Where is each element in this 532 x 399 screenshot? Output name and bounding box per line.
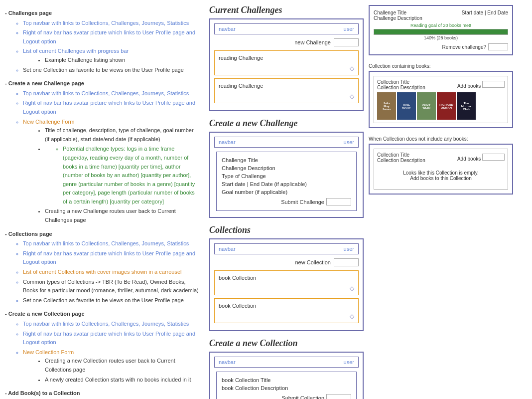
- create-challenge-navbar: navbar user: [214, 137, 359, 148]
- book-covers-row: JuliaMayJonas HAILMARY ANDYWEIR RICHARDO…: [377, 92, 505, 120]
- challenges-navbar: navbar user: [214, 23, 359, 34]
- sub-item: Title of challenge, description, type of…: [45, 126, 199, 144]
- create-collection-heading: Create a new Collection: [209, 338, 364, 349]
- new-collection-row: new Collection: [214, 258, 359, 266]
- diamond-icon-2: ◇: [350, 93, 354, 100]
- add-books-section: - Add Book(s) to a Collection Top navbar…: [5, 389, 199, 399]
- collection-with-books-wrapper: Collection containing books: Collection …: [369, 63, 513, 128]
- list-item: Top navbar with links to Collections, Ch…: [23, 239, 199, 248]
- diamond-icon-4: ◇: [350, 313, 354, 320]
- create-challenge-wireframe-section: Create a new Challenge navbar user Chall…: [209, 118, 364, 218]
- submit-row: Submit Challenge: [222, 198, 351, 205]
- remove-input[interactable]: [488, 43, 508, 50]
- sub-item: Creating a new Collection routes user ba…: [45, 357, 199, 374]
- collection-inner: Collection Title Collection Description …: [374, 76, 508, 123]
- book-cover-3: ANDYWEIR: [417, 92, 436, 120]
- submit-input[interactable]: [326, 198, 351, 205]
- create-challenge-wireframe: navbar user Challenge Title Challenge De…: [209, 132, 364, 218]
- link-text: Right of nav bar has avatar picture whic…: [23, 250, 195, 265]
- navbar-label: navbar: [219, 246, 236, 252]
- new-challenge-input[interactable]: [334, 38, 359, 46]
- list-item: Top navbar with links to Collections, Ch…: [23, 19, 199, 28]
- collection-with-books-label: Collection containing books:: [369, 63, 513, 69]
- create-collection-section: - Create a new Collection page Top navba…: [5, 310, 199, 384]
- col-title: Collection Title: [377, 79, 409, 85]
- add-books-input[interactable]: [482, 81, 505, 88]
- collection-empty-panel: Collection Title Collection Description …: [369, 144, 513, 195]
- link-text: Right of nav bar has avatar picture whic…: [23, 100, 195, 115]
- diamond-icon-1: ◇: [350, 65, 354, 72]
- link-text: Right of nav bar has avatar picture whic…: [23, 331, 195, 346]
- collection-submit-row: Submit Collection: [222, 394, 351, 399]
- collection-card-title-2: book Collection: [219, 303, 354, 309]
- create-challenge-list: Top navbar with links to Collections, Ch…: [13, 89, 199, 225]
- list-item: Top navbar with links to Collections, Ch…: [23, 320, 199, 329]
- orange-text: New Challenge Form: [23, 119, 74, 125]
- sub-list: Creating a new Collection routes user ba…: [31, 357, 199, 384]
- empty-col-title: Collection Title: [377, 152, 409, 158]
- user-label: user: [344, 26, 354, 32]
- sub-item: A newly created Collection starts with n…: [45, 376, 199, 385]
- challenge-title-label: Challenge TitleChallenge Description: [374, 10, 422, 21]
- new-collection-input[interactable]: [334, 258, 359, 266]
- sub-item: Example Challenge listing shown: [45, 56, 199, 65]
- empty-add-books-row: Add books: [457, 154, 505, 162]
- challenges-page-section: - Challenges page Top navbar with links …: [5, 9, 199, 74]
- navbar-label: navbar: [219, 359, 236, 365]
- challenge-detail-panel: Challenge TitleChallenge Description Sta…: [369, 5, 513, 55]
- link-text: Top navbar with links to Collections, Ch…: [23, 20, 189, 26]
- plain-text: Set one Collection as favorite to be vie…: [23, 297, 184, 303]
- empty-collection-inner: Collection Title Collection Description …: [374, 149, 508, 190]
- progress-bar-outer: [374, 29, 508, 35]
- collection-title-label: Collection Title Collection Description: [377, 79, 425, 90]
- remove-label: Remove challenge?: [442, 44, 486, 50]
- form-row-3: Type of Challenge: [222, 173, 351, 179]
- empty-add-books-input[interactable]: [482, 154, 505, 161]
- book-cover-4: RICHARDOSMAN: [437, 92, 456, 120]
- collection-with-books-panel: Collection Title Collection Description …: [369, 71, 513, 128]
- form-row-2: Challenge Description: [222, 165, 351, 171]
- new-challenge-row: new Challenge: [214, 38, 359, 46]
- empty-col-title-desc: Collection Title Collection Description: [377, 152, 425, 163]
- collection-submit-input[interactable]: [326, 394, 351, 399]
- user-label: user: [344, 139, 354, 145]
- list-item: Set one Collection as favorite to be vie…: [23, 66, 199, 75]
- col-desc: Collection Description: [377, 85, 425, 90]
- collection-form-row-1: book Collection Title: [222, 377, 351, 383]
- collection-card-2: book Collection ◇: [214, 298, 359, 323]
- list-item: Top navbar with links to Collections, Ch…: [23, 89, 199, 98]
- card-title-1: reading Challenge: [219, 55, 354, 61]
- list-item: Right of nav bar has avatar picture whic…: [23, 249, 199, 267]
- link-text: List of current Challenges with progress…: [23, 48, 129, 54]
- list-item: Common types of Collections -> TBR (To B…: [23, 278, 199, 295]
- book-cover-2: HAILMARY: [397, 92, 416, 120]
- book-cover-5: TheMurderClub: [457, 92, 476, 120]
- page-container: - Challenges page Top navbar with links …: [0, 0, 532, 399]
- add-books-title: - Add Book(s) to a Collection: [5, 389, 199, 398]
- empty-collection-header: Collection Title Collection Description …: [377, 152, 505, 163]
- orange-text: List of current Collections with cover i…: [23, 269, 182, 275]
- create-collection-title: - Create a new Collection page: [5, 310, 199, 319]
- orange-text: New Collection Form: [23, 349, 74, 355]
- collection-card-title-1: book Collection: [219, 275, 354, 281]
- create-challenge-section: - Create a new Challenge page Top navbar…: [5, 79, 199, 225]
- challenge-date-label: Start date | End Date: [462, 10, 508, 21]
- list-item: New Collection Form Creating a new Colle…: [23, 348, 199, 384]
- list-item: List of current Collections with cover i…: [23, 268, 199, 277]
- link-text: Top navbar with links to Collections, Ch…: [23, 240, 189, 246]
- collections-navbar: navbar user: [214, 243, 359, 254]
- collection-empty-label: When Collection does not include any boo…: [369, 136, 513, 142]
- challenge-card-2: reading Challenge ◇: [214, 78, 359, 103]
- left-column: - Challenges page Top navbar with links …: [5, 5, 204, 399]
- empty-text: Looks like this Collection is empty.Add …: [377, 165, 505, 186]
- collection-header-row: Collection Title Collection Description …: [377, 79, 505, 90]
- list-item: Set one Collection as favorite to be vie…: [23, 296, 199, 305]
- plain-text: Set one Collection as favorite to be vie…: [23, 67, 184, 73]
- challenges-page-title: - Challenges page: [5, 9, 199, 18]
- new-challenge-label: new Challenge: [294, 39, 331, 45]
- card-title-2: reading Challenge: [219, 83, 354, 89]
- collection-form-row-2: book Collection Description: [222, 385, 351, 391]
- create-collection-wireframe-section: Create a new Collection navbar user book…: [209, 338, 364, 399]
- link-text: Top navbar with links to Collections, Ch…: [23, 321, 189, 327]
- challenge-detail-header: Challenge TitleChallenge Description Sta…: [374, 10, 508, 21]
